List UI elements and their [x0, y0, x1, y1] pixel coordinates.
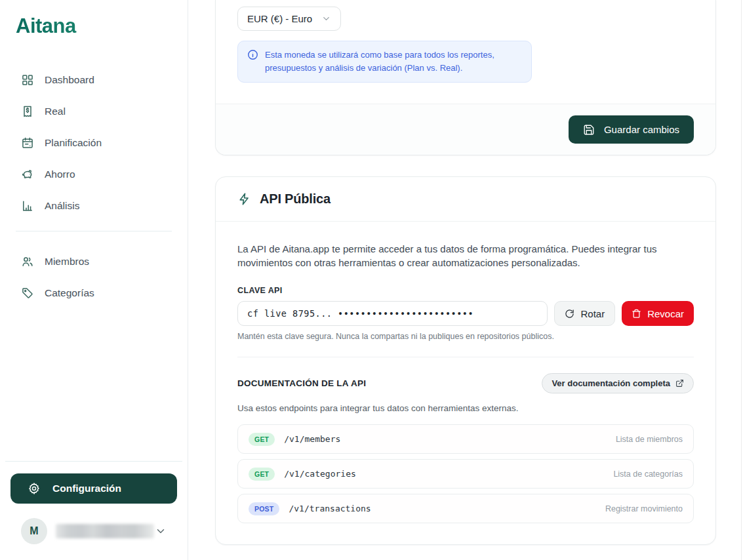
tag-icon	[21, 287, 34, 300]
endpoint-path: /v1/members	[284, 434, 340, 444]
revoke-key-label: Revocar	[647, 308, 684, 319]
secondary-nav: Miembros Categorías	[0, 246, 188, 309]
primary-nav: Dashboard Real Planificación Ahorro Anál…	[0, 64, 188, 222]
save-changes-button[interactable]: Guardar cambios	[569, 115, 694, 144]
revoke-key-button[interactable]: Revocar	[622, 301, 694, 326]
api-key-input[interactable]	[237, 301, 548, 326]
gear-icon	[28, 482, 41, 495]
sidebar-item-label: Dashboard	[45, 74, 94, 86]
main-content: EUR (€) - Euro Esta moneda se utilizará …	[188, 0, 743, 545]
sidebar-item-label: Real	[45, 106, 66, 117]
rotate-key-button[interactable]: Rotar	[554, 301, 615, 326]
sidebar-item-label: Análisis	[45, 200, 79, 212]
docs-description: Usa estos endpoints para integrar tus da…	[237, 403, 694, 413]
sidebar-item-dashboard[interactable]: Dashboard	[0, 64, 188, 96]
configuracion-label: Configuración	[52, 483, 121, 494]
external-link-icon	[675, 379, 684, 388]
api-description: La API de Aitana.app te permite acceder …	[237, 242, 694, 270]
piggy-bank-icon	[21, 168, 34, 181]
scrollbar-track[interactable]	[741, 0, 742, 560]
chevron-down-icon[interactable]	[155, 525, 167, 537]
endpoint-description: Lista de miembros	[616, 435, 683, 444]
user-menu[interactable]: M	[21, 518, 167, 544]
avatar: M	[21, 518, 47, 544]
api-card: API Pública La API de Aitana.app te perm…	[215, 176, 716, 545]
configuracion-button[interactable]: Configuración	[10, 473, 177, 504]
info-icon	[247, 49, 258, 60]
api-key-note: Mantén esta clave segura. Nunca la compa…	[237, 332, 694, 341]
sidebar-item-planificacion[interactable]: Planificación	[0, 127, 188, 159]
sidebar-item-real[interactable]: Real	[0, 96, 188, 127]
sidebar-item-ahorro[interactable]: Ahorro	[0, 159, 188, 190]
endpoint-description: Registrar movimiento	[605, 504, 683, 513]
sidebar-item-label: Miembros	[45, 256, 89, 268]
endpoint-description: Lista de categorías	[613, 470, 683, 479]
lightning-bolt-icon	[237, 192, 251, 206]
endpoint-row-members[interactable]: GET /v1/members Lista de miembros	[237, 424, 694, 454]
refresh-icon	[565, 309, 574, 319]
trash-icon	[632, 309, 641, 319]
endpoint-row-categories[interactable]: GET /v1/categories Lista de categorías	[237, 459, 694, 489]
currency-select[interactable]: EUR (€) - Euro	[237, 7, 341, 31]
view-docs-button[interactable]: Ver documentación completa	[542, 373, 694, 393]
save-icon	[583, 124, 595, 136]
currency-card-footer: Guardar cambios	[216, 104, 715, 155]
sidebar-divider	[16, 231, 172, 231]
method-badge: POST	[249, 502, 279, 515]
endpoint-row-transactions[interactable]: POST /v1/transactions Registrar movimien…	[237, 494, 694, 523]
sidebar-bottom-divider	[5, 461, 182, 462]
calendar-icon	[21, 136, 34, 150]
api-card-title: API Pública	[260, 191, 331, 207]
api-card-header: API Pública	[216, 177, 715, 222]
grid-icon	[21, 73, 34, 87]
api-key-row: Rotar Revocar	[237, 301, 694, 326]
save-changes-label: Guardar cambios	[604, 124, 679, 135]
user-name-redacted	[56, 524, 154, 538]
method-badge: GET	[249, 468, 275, 481]
method-badge: GET	[249, 433, 275, 446]
sidebar-item-label: Planificación	[45, 137, 102, 149]
view-docs-label: Ver documentación completa	[552, 378, 670, 388]
bar-chart-icon	[21, 199, 34, 212]
api-key-label: CLAVE API	[237, 286, 694, 295]
api-card-divider	[237, 357, 694, 357]
sidebar-item-label: Categorías	[45, 287, 94, 299]
receipt-dollar-icon	[21, 105, 34, 118]
sidebar-item-analisis[interactable]: Análisis	[0, 190, 188, 222]
docs-label: DOCUMENTACIÓN DE LA API	[237, 378, 366, 388]
endpoint-list: GET /v1/members Lista de miembros GET /v…	[237, 424, 694, 523]
docs-header-row: DOCUMENTACIÓN DE LA API Ver documentació…	[237, 373, 694, 393]
chevron-down-icon	[321, 14, 331, 24]
endpoint-path: /v1/transactions	[289, 504, 371, 513]
brand-logo: Aitana	[16, 14, 188, 38]
sidebar-item-label: Ahorro	[45, 169, 75, 180]
currency-select-value: EUR (€) - Euro	[247, 13, 312, 24]
users-icon	[21, 255, 34, 268]
rotate-key-label: Rotar	[580, 308, 605, 319]
currency-info-box: Esta moneda se utilizará como base para …	[237, 41, 532, 83]
currency-info-text: Esta moneda se utilizará como base para …	[265, 49, 522, 75]
sidebar-item-miembros[interactable]: Miembros	[0, 246, 188, 277]
sidebar: Aitana Dashboard Real Planificación Ahor…	[0, 0, 188, 560]
sidebar-item-categorias[interactable]: Categorías	[0, 277, 188, 309]
endpoint-path: /v1/categories	[284, 469, 356, 479]
currency-card: EUR (€) - Euro Esta moneda se utilizará …	[215, 0, 716, 155]
